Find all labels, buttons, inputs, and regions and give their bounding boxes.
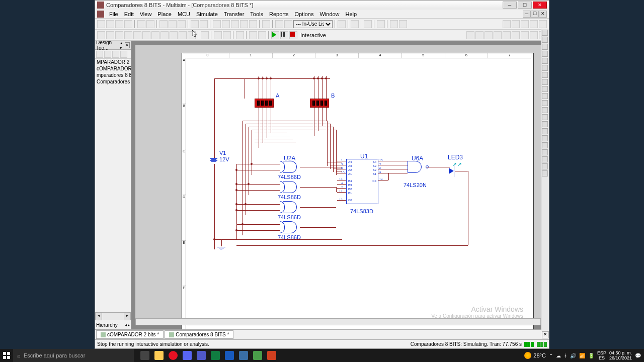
- tray-notifications-icon[interactable]: 💬: [635, 353, 641, 358]
- tb-btn-m[interactable]: [399, 20, 407, 28]
- mdi-minimize-button[interactable]: ─: [523, 11, 531, 18]
- menu-window[interactable]: Window: [316, 11, 342, 17]
- panel-pin-icon[interactable]: ◂ ▸: [120, 41, 124, 50]
- side-tb-4[interactable]: [120, 51, 127, 58]
- menu-mcu[interactable]: MCU: [175, 11, 193, 17]
- doc-tab-1[interactable]: cOMPARADOR 2 bits *: [96, 330, 164, 339]
- open-button[interactable]: [106, 20, 114, 28]
- tray-bluetooth-icon[interactable]: ᚼ: [564, 353, 567, 358]
- comp-btn-6[interactable]: [142, 31, 150, 39]
- instr-tool-18[interactable]: [542, 149, 548, 155]
- side-tb-3[interactable]: [112, 51, 119, 58]
- app-recorder[interactable]: [265, 349, 279, 362]
- menu-reports[interactable]: Reports: [266, 11, 292, 17]
- in-use-list-select[interactable]: --- In-Use List ---: [293, 20, 333, 28]
- menu-view[interactable]: View: [137, 11, 155, 17]
- menu-help[interactable]: Help: [343, 11, 360, 17]
- tray-volume-icon[interactable]: 🔊: [570, 353, 576, 358]
- ic-74ls83d[interactable]: A4 A3 A2 A1 B4 B3 B2 B1 C0 S4 S3: [346, 159, 378, 204]
- print-button[interactable]: [137, 20, 145, 28]
- comp-btn-12[interactable]: [201, 31, 209, 39]
- redo-button[interactable]: [200, 20, 208, 28]
- save-button[interactable]: [124, 20, 132, 28]
- instr-tool-2[interactable]: [542, 41, 548, 43]
- instr-tool-12[interactable]: [542, 107, 548, 113]
- hierarchy-tab[interactable]: Hierarchy: [96, 322, 118, 328]
- side-tb-2[interactable]: [104, 51, 111, 58]
- zoom-fit-button[interactable]: [530, 20, 538, 28]
- minimize-button[interactable]: ─: [503, 2, 517, 9]
- led-component[interactable]: ↗↗: [449, 168, 454, 174]
- nand-gate[interactable]: [408, 161, 426, 173]
- comp-btn-1[interactable]: [97, 31, 105, 39]
- scroll-left-button[interactable]: ◂: [95, 313, 102, 320]
- panel-close-button[interactable]: ✕: [125, 42, 130, 48]
- instr-tool-11[interactable]: [542, 100, 548, 106]
- instr-tool-3[interactable]: [542, 44, 548, 50]
- scroll-right-button[interactable]: ▸: [124, 313, 131, 320]
- schematic-content[interactable]: A B: [186, 58, 533, 329]
- instr-tool-17[interactable]: [542, 142, 548, 148]
- maximize-button[interactable]: ☐: [518, 2, 532, 9]
- horizontal-scrollbar[interactable]: [135, 318, 541, 325]
- instr-tool-19[interactable]: [542, 156, 548, 162]
- comp-btn-5[interactable]: [133, 31, 141, 39]
- comp-btn-11[interactable]: [188, 31, 196, 39]
- instr-tool-7[interactable]: [542, 72, 548, 78]
- tb-btn-k[interactable]: [364, 20, 372, 28]
- instr-tool-6[interactable]: [542, 65, 548, 71]
- app-excel[interactable]: [208, 349, 222, 362]
- tb-btn-j[interactable]: [351, 20, 359, 28]
- print-preview-button[interactable]: [146, 20, 154, 28]
- menu-simulate[interactable]: Simulate: [193, 11, 221, 17]
- app-opera[interactable]: [166, 349, 180, 362]
- tree-item[interactable]: MPARADOR 2 bi: [95, 59, 131, 65]
- xor-gate-2[interactable]: [280, 181, 300, 193]
- instr-tool-16[interactable]: [542, 135, 548, 141]
- app-camtasia[interactable]: [251, 349, 265, 362]
- stop-button[interactable]: [289, 31, 297, 39]
- pause-button[interactable]: [280, 31, 288, 39]
- tree-item[interactable]: cOMPARADOR: [95, 65, 131, 72]
- instr-btn-1[interactable]: [466, 31, 474, 39]
- tree-item[interactable]: Comparadores 8: [95, 78, 131, 85]
- undo-button[interactable]: [191, 20, 199, 28]
- comp-btn-2[interactable]: [106, 31, 114, 39]
- instr-tool-8[interactable]: [542, 79, 548, 85]
- zoom-in-button[interactable]: [503, 20, 511, 28]
- instr-tool-10[interactable]: [542, 93, 548, 99]
- instr-tool-9[interactable]: [542, 86, 548, 92]
- menu-transfer[interactable]: Transfer: [221, 11, 248, 17]
- app-discord[interactable]: [180, 349, 194, 362]
- app-explorer[interactable]: [152, 349, 166, 362]
- comp-btn-7[interactable]: [151, 31, 159, 39]
- menu-place[interactable]: Place: [154, 11, 175, 17]
- taskview-button[interactable]: [138, 349, 152, 362]
- tray-wifi-icon[interactable]: 📶: [579, 353, 585, 358]
- new-button[interactable]: [97, 20, 105, 28]
- comp-btn-4[interactable]: [124, 31, 132, 39]
- instr-btn-3[interactable]: [485, 31, 493, 39]
- instr-tool-21[interactable]: [542, 170, 548, 176]
- mdi-close-button[interactable]: ✕: [539, 11, 547, 18]
- dip-switch-b[interactable]: [310, 99, 329, 108]
- app-multisim[interactable]: [236, 349, 251, 362]
- comp-btn-9[interactable]: [170, 31, 178, 39]
- doc-tab-2[interactable]: Comparadores 8 BITS *: [165, 330, 233, 339]
- paste-button[interactable]: [178, 20, 186, 28]
- instr-tool-14[interactable]: [542, 121, 548, 127]
- open2-button[interactable]: [115, 20, 123, 28]
- comp-btn-16[interactable]: [249, 31, 257, 39]
- instr-tool-4[interactable]: [542, 51, 548, 57]
- tb-btn-a[interactable]: [213, 20, 221, 28]
- instr-btn-6[interactable]: [512, 31, 520, 39]
- start-button[interactable]: [0, 349, 13, 362]
- search-box[interactable]: ⌕ Escribe aquí para buscar: [13, 349, 134, 362]
- xor-gate-3[interactable]: [280, 201, 300, 213]
- help-button[interactable]: [390, 20, 398, 28]
- instr-tool-15[interactable]: [542, 128, 548, 134]
- close-button[interactable]: ✕: [533, 2, 547, 9]
- voltage-source[interactable]: [210, 158, 217, 162]
- tb-btn-i[interactable]: [338, 20, 346, 28]
- tray-chevron-icon[interactable]: ⌃: [549, 353, 553, 358]
